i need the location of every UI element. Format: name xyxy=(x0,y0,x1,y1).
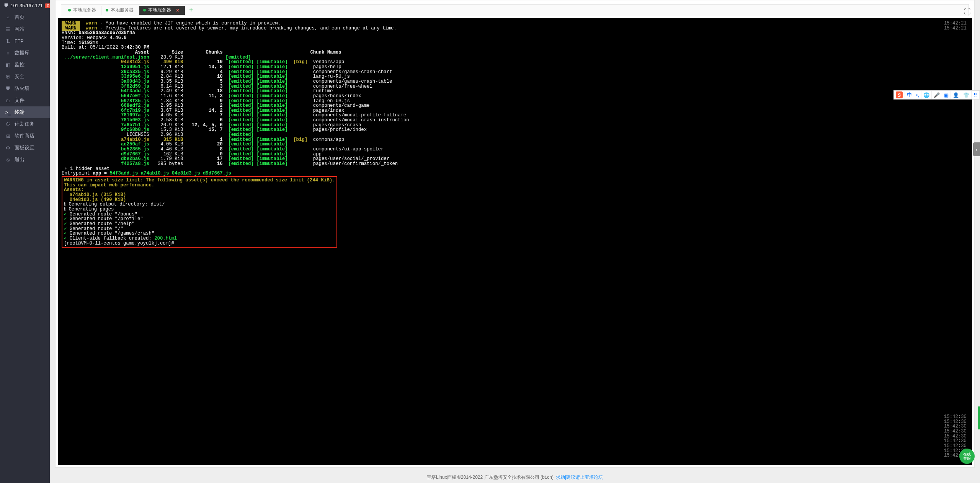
nav-icon: ⛨ xyxy=(5,74,11,80)
tab-label: 本地服务器 xyxy=(111,7,134,13)
nav-icon: ⚙ xyxy=(5,145,11,151)
nav-item-2[interactable]: ⇅FTP xyxy=(0,35,50,47)
footer: 宝塔Linux面板 ©2014-2022 广东堡塔安全技术有限公司 (bt.cn… xyxy=(50,472,980,483)
nav-label: 首页 xyxy=(15,14,24,21)
nav-item-3[interactable]: ≡数据库 xyxy=(0,47,50,59)
ime-s-icon[interactable]: S xyxy=(896,91,903,98)
nav-item-11[interactable]: ⚙面板设置 xyxy=(0,142,50,154)
nav-item-12[interactable]: ⎋退出 xyxy=(0,154,50,166)
nav-label: 计划任务 xyxy=(15,121,34,127)
close-icon[interactable]: ✕ xyxy=(176,8,180,13)
ime-screen-icon[interactable]: ▣ xyxy=(942,91,951,99)
nav-icon: ⎋ xyxy=(5,157,11,163)
customer-service-button[interactable]: 在线 客服 xyxy=(959,449,975,464)
ime-toolbar[interactable]: S 中 •, 🌐 🎤 ▣ 👤 👕 ⠿ xyxy=(893,90,980,100)
terminal-tab[interactable]: 本地服务器 xyxy=(102,6,139,15)
nav-label: 监控 xyxy=(15,62,24,68)
nav-label: 数据库 xyxy=(15,50,29,56)
nav-item-7[interactable]: 🗀文件 xyxy=(0,95,50,106)
tab-label: 本地服务器 xyxy=(73,7,96,13)
scroll-indicator xyxy=(978,406,980,429)
nav-icon: ⏱ xyxy=(5,122,11,127)
ime-globe-icon[interactable]: 🌐 xyxy=(921,91,932,99)
shield-icon: ⛊ xyxy=(4,3,8,8)
tab-label: 本地服务器 xyxy=(148,7,171,13)
nav-label: 终端 xyxy=(15,109,24,116)
main: ⛶ 本地服务器本地服务器本地服务器✕+ WARN warn - You have… xyxy=(50,0,980,483)
ime-mic-icon[interactable]: 🎤 xyxy=(932,91,942,99)
nav-item-5[interactable]: ⛨安全 xyxy=(0,71,50,83)
terminal-tab[interactable]: 本地服务器✕ xyxy=(139,6,185,15)
nav-label: FTP xyxy=(15,39,24,44)
maximize-icon[interactable]: ⛶ xyxy=(964,8,971,16)
tab-status-dot xyxy=(68,9,71,11)
nav-item-8[interactable]: >_终端 xyxy=(0,106,50,118)
nav-icon: ◧ xyxy=(5,62,11,68)
nav-icon: 🗀 xyxy=(5,98,11,103)
footer-forum-link[interactable]: 求助|建议请上宝塔论坛 xyxy=(556,474,603,481)
nav-label: 退出 xyxy=(15,157,24,163)
tab-bar: 本地服务器本地服务器本地服务器✕+ xyxy=(61,4,969,16)
nav-item-6[interactable]: ⛊防火墙 xyxy=(0,83,50,95)
nav-label: 安全 xyxy=(15,73,24,80)
nav-icon: ⊞ xyxy=(5,133,11,139)
ime-grid-icon[interactable]: ⠿ xyxy=(972,91,980,99)
nav-icon: >_ xyxy=(5,110,11,115)
ime-lang[interactable]: 中 xyxy=(905,91,914,99)
nav-icon: ≡ xyxy=(5,51,11,56)
nav-list: ⌂首页☰网站⇅FTP≡数据库◧监控⛨安全⛊防火墙🗀文件>_终端⏱计划任务⊞软件商… xyxy=(0,11,50,166)
nav-item-4[interactable]: ◧监控 xyxy=(0,59,50,71)
nav-label: 文件 xyxy=(15,97,24,104)
nav-icon: ☰ xyxy=(5,26,11,32)
nav-item-1[interactable]: ☰网站 xyxy=(0,23,50,35)
ime-punct[interactable]: •, xyxy=(914,91,921,99)
nav-icon: ⛊ xyxy=(5,86,11,91)
nav-item-0[interactable]: ⌂首页 xyxy=(0,11,50,23)
tab-status-dot xyxy=(106,9,108,11)
sidebar-header: ⛊ 101.35.167.121 0 xyxy=(0,0,50,11)
collapse-right-arrow[interactable]: ‹ xyxy=(973,142,980,156)
nav-icon: ⌂ xyxy=(5,15,11,20)
sidebar: ⛊ 101.35.167.121 0 ⌂首页☰网站⇅FTP≡数据库◧监控⛨安全⛊… xyxy=(0,0,50,483)
add-tab-button[interactable]: + xyxy=(185,6,197,14)
tab-status-dot xyxy=(143,9,146,11)
terminal-output[interactable]: WARN warn - You have enabled the JIT eng… xyxy=(58,18,972,465)
nav-label: 网站 xyxy=(15,26,24,33)
ime-skin-icon[interactable]: 👕 xyxy=(961,91,972,99)
server-ip: 101.35.167.121 xyxy=(11,3,42,8)
nav-label: 面板设置 xyxy=(15,145,34,151)
terminal-tab[interactable]: 本地服务器 xyxy=(64,6,102,15)
footer-copyright: 宝塔Linux面板 ©2014-2022 广东堡塔安全技术有限公司 (bt.cn… xyxy=(427,474,554,481)
nav-item-9[interactable]: ⏱计划任务 xyxy=(0,118,50,130)
nav-label: 软件商店 xyxy=(15,133,34,139)
ime-avatar-icon[interactable]: 👤 xyxy=(951,91,961,99)
nav-icon: ⇅ xyxy=(5,38,11,44)
nav-label: 防火墙 xyxy=(15,85,29,92)
nav-item-10[interactable]: ⊞软件商店 xyxy=(0,130,50,142)
